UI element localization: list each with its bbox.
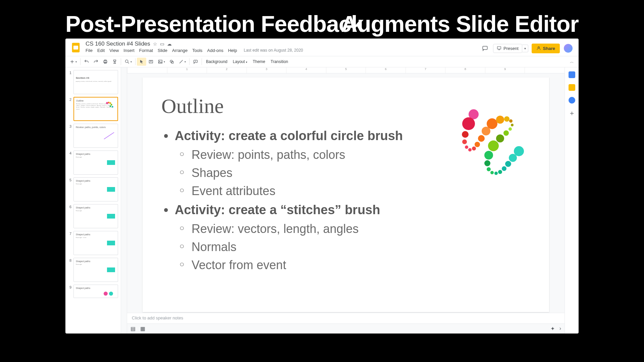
line-icon[interactable]: ▾: [176, 58, 188, 66]
present-button-label: Present: [503, 46, 519, 51]
user-avatar[interactable]: [563, 43, 573, 53]
undo-icon[interactable]: [82, 58, 91, 66]
new-slide-button[interactable]: ▾: [67, 58, 79, 66]
svg-point-27: [465, 145, 468, 149]
thumb-4[interactable]: 4Shaped pathsRectangle: [65, 150, 121, 177]
filmstrip-view-icon[interactable]: ▤: [130, 325, 136, 332]
menu-view[interactable]: View: [109, 48, 119, 53]
horizontal-ruler: 123456789: [127, 67, 565, 73]
svg-point-43: [484, 160, 490, 166]
thumb-1[interactable]: 1 Section #4paper.js review, circle brus…: [65, 69, 121, 96]
menu-slide[interactable]: Slide: [158, 48, 167, 53]
image-icon[interactable]: ▾: [156, 58, 167, 66]
svg-rect-9: [159, 60, 162, 63]
print-icon[interactable]: [101, 58, 110, 66]
titlebar: CS 160 Section #4 Slides ☆ ▭ ☁ File Edit…: [65, 39, 579, 56]
menu-format[interactable]: Format: [139, 48, 153, 53]
thumb-7[interactable]: 7Shaped pathsRectangle · Circle: [65, 230, 121, 257]
menu-arrange[interactable]: Arrange: [172, 48, 187, 53]
svg-point-37: [511, 124, 514, 126]
svg-rect-1: [73, 46, 78, 49]
svg-point-7: [125, 60, 128, 63]
bullet-review2[interactable]: Review: vectors, length, angles: [175, 220, 530, 238]
explore-icon[interactable]: ✦: [550, 325, 555, 332]
present-dropdown-icon[interactable]: ▾: [522, 45, 528, 52]
bullet-normals[interactable]: Normals: [175, 238, 530, 256]
bullet-vector-event[interactable]: Vector from event: [175, 256, 530, 274]
star-icon[interactable]: ☆: [153, 41, 157, 47]
svg-point-29: [472, 146, 476, 150]
svg-point-26: [462, 139, 467, 144]
svg-point-30: [475, 142, 480, 147]
menu-edit[interactable]: Edit: [97, 48, 105, 53]
svg-point-51: [514, 146, 524, 156]
tasks-icon[interactable]: [569, 97, 575, 104]
menu-insert[interactable]: Insert: [123, 48, 135, 53]
move-icon[interactable]: ▭: [160, 41, 164, 47]
toolbar-transition[interactable]: Transition: [268, 58, 291, 65]
comment-icon[interactable]: [191, 58, 200, 66]
svg-point-34: [496, 116, 504, 124]
slides-app-window: CS 160 Section #4 Slides ☆ ▭ ☁ File Edit…: [65, 39, 579, 334]
toolbar-background[interactable]: Background: [203, 58, 230, 65]
grid-view-icon[interactable]: ▦: [140, 325, 145, 332]
svg-point-50: [509, 154, 517, 162]
vertical-ruler: [121, 67, 127, 334]
svg-point-21: [104, 292, 108, 296]
menu-file[interactable]: File: [86, 48, 93, 53]
thumb-5[interactable]: 5Shaped pathsRectangle: [65, 177, 121, 203]
zoom-icon[interactable]: ▾: [122, 58, 134, 66]
calendar-icon[interactable]: [569, 71, 575, 78]
thumb-6[interactable]: 6Shaped pathsRectangle: [65, 203, 121, 230]
present-button[interactable]: Present: [493, 44, 522, 53]
collapse-toolbar-icon[interactable]: ︿: [567, 58, 577, 66]
select-tool-icon[interactable]: [137, 58, 146, 66]
open-comments-icon[interactable]: [480, 44, 490, 53]
share-button[interactable]: Share: [532, 44, 560, 53]
overlay-title-right: Augments Slide Editor: [341, 11, 579, 37]
svg-point-46: [494, 172, 498, 175]
svg-point-39: [503, 130, 509, 136]
keep-icon[interactable]: [569, 84, 575, 91]
svg-point-15: [108, 102, 110, 103]
menu-help[interactable]: Help: [228, 48, 237, 53]
thumb-9[interactable]: 9Shaped paths: [65, 284, 121, 300]
svg-point-28: [468, 148, 472, 152]
svg-point-22: [109, 292, 113, 296]
svg-rect-2: [483, 46, 487, 50]
svg-point-14: [106, 102, 108, 104]
toolbar: ▾ ▾ ▾ ▾ Background Layout ▾ Theme Transi…: [65, 56, 579, 67]
svg-rect-3: [497, 47, 501, 49]
thumbnail-rail[interactable]: 1 Section #4paper.js review, circle brus…: [65, 67, 121, 334]
slide-canvas[interactable]: Outline Activity: create a colorful circ…: [143, 77, 549, 312]
colorful-brush-illustration[interactable]: [455, 108, 529, 181]
menu-tools[interactable]: Tools: [192, 48, 202, 53]
document-title[interactable]: CS 160 Section #4 Slides: [86, 41, 150, 47]
svg-point-24: [462, 117, 475, 130]
svg-point-33: [487, 118, 497, 129]
shape-icon[interactable]: [167, 58, 176, 66]
toolbar-theme[interactable]: Theme: [250, 58, 268, 65]
redo-icon[interactable]: [91, 58, 101, 66]
menu-addons[interactable]: Add-ons: [207, 48, 223, 53]
svg-point-16: [110, 102, 111, 104]
bullet-activity2[interactable]: Activity: create a “stitches” brush Revi…: [161, 200, 530, 274]
thumb-3[interactable]: 3 Review: paths, points, colors: [65, 123, 121, 150]
workspace: 1 Section #4paper.js review, circle brus…: [65, 67, 579, 334]
paint-format-icon[interactable]: [110, 58, 119, 66]
next-slide-icon[interactable]: ›: [559, 325, 561, 332]
canvas-area[interactable]: 123456789 Outline Activity: create a col…: [127, 67, 565, 334]
thumb-2[interactable]: 2 OutlineActivity: create a colorful cir…: [65, 96, 121, 123]
last-edit-text[interactable]: Last edit was on August 28, 2020: [244, 48, 303, 53]
add-addon-icon[interactable]: ＋: [569, 110, 575, 116]
thumb-8[interactable]: 8Shaped pathsRectangle: [65, 257, 121, 284]
bullet-event-attrs[interactable]: Event attributes: [175, 182, 530, 200]
svg-point-35: [504, 116, 509, 122]
slides-logo-icon[interactable]: [69, 41, 83, 55]
toolbar-layout[interactable]: Layout ▾: [230, 58, 250, 65]
svg-point-49: [505, 161, 511, 167]
svg-line-20: [104, 132, 114, 139]
speaker-notes[interactable]: Click to add speaker notes: [127, 313, 565, 323]
textbox-icon[interactable]: [146, 58, 156, 66]
svg-point-48: [502, 166, 506, 171]
